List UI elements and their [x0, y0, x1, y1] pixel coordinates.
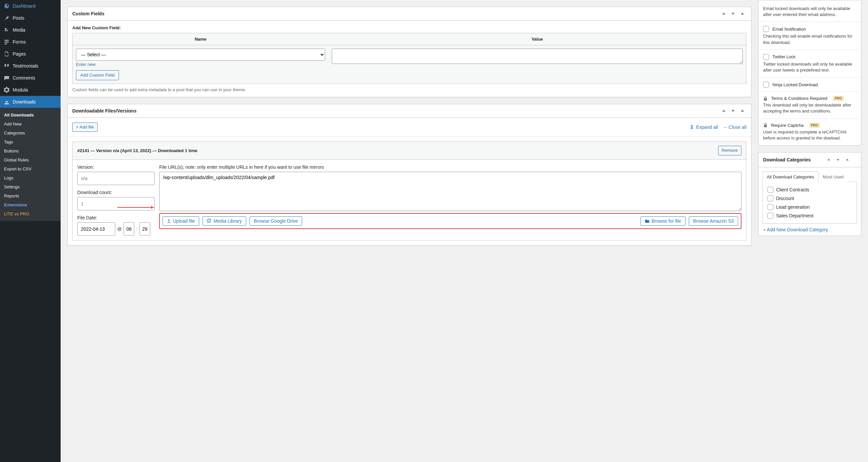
toggle-panel-button[interactable] [740, 107, 748, 115]
captcha-desc: User is required to complete a reCAPTCHA… [763, 129, 856, 141]
add-file-button[interactable]: + Add file [72, 123, 98, 132]
file-hour-input[interactable] [124, 222, 134, 236]
dashboard-icon [3, 3, 10, 9]
ninja-lock-checkbox[interactable] [763, 81, 769, 88]
category-checkbox[interactable] [767, 204, 773, 210]
submenu-export-csv[interactable]: Export to CSV [0, 164, 61, 173]
svg-point-0 [5, 28, 7, 30]
category-checkbox[interactable] [767, 213, 773, 219]
file-minute-input[interactable] [140, 222, 150, 236]
sidebar-item-comments[interactable]: Comments [0, 72, 61, 84]
sidebar-item-media[interactable]: Media [0, 24, 61, 36]
toggle-panel-button[interactable] [740, 10, 748, 18]
category-checkbox[interactable] [767, 187, 773, 193]
custom-field-name-select[interactable]: — Select — [76, 48, 325, 61]
browse-s3-button[interactable]: Browse Amazon S3 [689, 217, 738, 226]
enter-new-link[interactable]: Enter new [76, 61, 96, 67]
close-all-link[interactable]: – Close all [724, 125, 747, 130]
tab-all-categories[interactable]: All Download Categories [763, 171, 818, 182]
submenu-all-downloads[interactable]: All Downloads [0, 110, 61, 120]
tab-most-used[interactable]: Most Used [818, 171, 848, 182]
add-custom-field-button[interactable]: Add Custom Field [76, 70, 119, 80]
move-down-button[interactable] [731, 10, 739, 18]
category-checkbox[interactable] [767, 195, 773, 201]
twitter-lock-label: Twitter Lock [772, 54, 796, 59]
browse-gdrive-button[interactable]: Browse Google Drive [249, 217, 302, 226]
media-icon [207, 219, 212, 223]
expand-icon [689, 125, 694, 130]
lock-icon [763, 123, 768, 128]
submenu-tags[interactable]: Tags [0, 137, 61, 146]
move-up-button[interactable] [722, 107, 730, 115]
sidebar-item-pages[interactable]: Pages [0, 48, 61, 60]
sidebar-item-label: Forms [13, 39, 26, 44]
terms-label: Terms & Conditions Required [771, 96, 827, 101]
move-down-button[interactable] [731, 107, 739, 115]
twitter-lock-desc: Twitter locked downloads will only be av… [763, 61, 856, 73]
move-up-button[interactable] [722, 10, 730, 18]
custom-field-value-textarea[interactable] [332, 48, 743, 64]
media-library-button[interactable]: Media Library [203, 217, 246, 226]
move-down-button[interactable] [836, 156, 844, 164]
sidebar-item-label: Downloads [13, 99, 36, 104]
col-name: Name [72, 33, 329, 45]
submenu-add-new[interactable]: Add New [0, 120, 61, 129]
toggle-panel-button[interactable] [846, 156, 854, 164]
downloads-submenu: All Downloads Add New Categories Tags Bu… [0, 108, 61, 221]
svg-rect-2 [5, 42, 9, 43]
sidebar-item-forms[interactable]: Forms [0, 36, 61, 48]
ninja-lock-label: Ninja Locked Download [772, 82, 818, 87]
category-item[interactable]: Sales Department [767, 211, 852, 220]
file-url-textarea[interactable] [159, 172, 741, 211]
category-list: Client Contracts Discount Lead generatio… [763, 182, 857, 224]
download-icon [3, 99, 10, 105]
sidebar-item-dashboard[interactable]: Dashboard [0, 0, 61, 12]
comment-icon [3, 74, 10, 81]
downloadable-title: Downloadable Files/Versions [68, 104, 141, 118]
col-value: Value [329, 33, 746, 45]
email-notification-checkbox[interactable] [763, 26, 769, 32]
sidebar-item-label: Comments [13, 75, 35, 80]
submenu-reports[interactable]: Reports [0, 191, 61, 200]
pro-badge: PRO [809, 123, 820, 128]
submenu-buttons[interactable]: Buttons [0, 146, 61, 156]
download-count-input[interactable] [77, 197, 155, 210]
folder-icon [645, 219, 650, 223]
custom-fields-title: Custom Fields [68, 7, 109, 20]
category-item[interactable]: Discount [767, 194, 852, 203]
submenu-settings[interactable]: Settings [0, 183, 61, 191]
add-new-category-link[interactable]: + Add New Download Category [758, 224, 861, 236]
upload-file-button[interactable]: Upload file [162, 217, 199, 226]
version-input[interactable] [77, 172, 155, 185]
file-url-label: File URL(s); note: only enter multiple U… [159, 164, 741, 170]
expand-all-link[interactable]: Expand all [689, 125, 718, 130]
sidebar-item-label: Testimonials [13, 63, 38, 69]
submenu-logs[interactable]: Logs [0, 173, 61, 183]
twitter-lock-checkbox[interactable] [763, 54, 769, 60]
file-date-input[interactable] [77, 222, 115, 236]
upload-icon [167, 219, 171, 223]
file-date-label: File Date: [77, 215, 155, 220]
browse-for-file-button[interactable]: Browse for file [641, 217, 685, 226]
time-colon: : [136, 226, 137, 231]
captcha-label: Require Captcha [771, 123, 804, 128]
sidebar-item-testimonials[interactable]: Testimonials [0, 60, 61, 72]
categories-title: Download Categories [763, 157, 811, 162]
submenu-global-rules[interactable]: Global Rules [0, 156, 61, 164]
submenu-categories[interactable]: Categories [0, 129, 61, 137]
sidebar-item-modula[interactable]: Modula [0, 84, 61, 96]
admin-sidebar: Dashboard Posts Media Forms Pages Testim… [0, 0, 61, 462]
email-notification-label: Email Notification [772, 27, 806, 32]
at-symbol: @ [117, 226, 122, 231]
sidebar-item-downloads[interactable]: Downloads [0, 96, 61, 108]
quote-icon [3, 63, 10, 69]
remove-file-button[interactable]: Remove [718, 146, 741, 155]
submenu-extensions[interactable]: Extensions [0, 200, 61, 209]
category-item[interactable]: Lead generation [767, 203, 852, 211]
sidebar-item-label: Modula [13, 87, 28, 93]
sidebar-item-posts[interactable]: Posts [0, 12, 61, 24]
custom-fields-box: Custom Fields Add New Custom Field: Name… [67, 7, 751, 97]
submenu-lite-vs-pro[interactable]: LITE vs PRO [0, 209, 61, 218]
move-up-button[interactable] [827, 156, 835, 164]
category-item[interactable]: Client Contracts [767, 186, 852, 194]
